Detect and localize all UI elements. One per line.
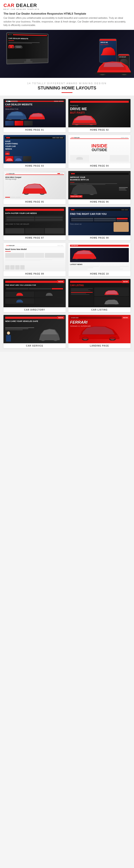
cardir-label: CAR DIRECTORY <box>3 307 66 312</box>
section-title-underline <box>61 92 73 93</box>
thumb-image-cardir: NEW FIND WHAT ARE YOU LOOKING FOR <box>3 279 66 307</box>
monitor-screen: CAR DEALER WEBSITE <box>7 33 48 59</box>
thumb-image-hp04: CAR DEALER INSIDE OUTSIDE <box>68 135 131 163</box>
hp07-label: HOME PAGE 07 <box>3 235 66 240</box>
carlisting-title: CAR LISTING <box>70 284 129 286</box>
thumb-item-hp10[interactable]: CAR DEALER LATEST NEWS <box>68 243 131 276</box>
landing-brand: FERRARI <box>70 320 129 325</box>
thumb-overlay-hp02: Feature DRIVE ME BUT FAST! <box>68 99 131 127</box>
landing-label: LANDING PAGE <box>68 343 131 348</box>
carservice-new-badge: NEW <box>57 316 64 319</box>
hp01-subtitle: DEALERACTIVE <box>5 108 64 110</box>
thumb-item-cardir[interactable]: NEW FIND WHAT ARE YOU LOOKING FOR <box>3 279 66 312</box>
hp04-label: HOME PAGE 04 <box>68 163 131 168</box>
thumb-overlay-hp07: DATA FASTER YOUR CAR NEEDS WELCOME TO TH… <box>3 207 66 235</box>
thumb-item-hp09[interactable]: CAR DEALER Need Some New Model <box>3 243 66 276</box>
hp08-label: HOME PAGE 08 <box>68 235 131 240</box>
hp05-mini-car <box>21 182 48 195</box>
hp05-car: 2016 Mini Cooper <box>5 176 64 178</box>
thumb-item-carlisting[interactable]: NEW CAR LISTING <box>68 279 131 312</box>
thumb-image-hp03: HAVE EVERYTHING YOUR CAR NEEDS GO <box>3 135 66 163</box>
carservice-car-svg <box>35 326 64 342</box>
thumb-item-hp05[interactable]: CAR DEALER 2016 Mini Cooper Ultra Age-de… <box>3 171 66 204</box>
hp02-line1: DRIVE ME <box>70 107 129 111</box>
carlisting-car1 <box>104 290 119 295</box>
svg-rect-4 <box>95 72 132 74</box>
thumb-item-hp07[interactable]: DATA FASTER YOUR CAR NEEDS WELCOME TO TH… <box>3 207 66 240</box>
hp01-car-svg <box>5 110 27 120</box>
monitor-device: CAR DEALER WEBSITE <box>6 32 48 64</box>
hp05-label: HOME PAGE 05 <box>3 199 66 204</box>
thumb-image-carservice: NEW NEW CARE YOUR VEHICLES SAFE <box>3 315 66 343</box>
thumb-image-hp06: IMPROVE YOUR BUSINESS WITH US <box>68 171 131 199</box>
section-title: STUNNING HOME LAYOUTS <box>3 86 131 91</box>
hp09-label: HOME PAGE 09 <box>3 271 66 276</box>
thumb-overlay-hp01: CAR CAR DEALER WEBSITE DEALERACTIVE <box>3 99 66 127</box>
hp02-label: HOME PAGE 02 <box>68 127 131 132</box>
thumb-overlay-cardir: FIND WHAT ARE YOU LOOKING FOR <box>3 279 66 307</box>
hp09-title: Need Some New Model <box>5 248 64 250</box>
hp02-line2: BUT FAST! <box>70 111 129 114</box>
thumb-item-hp08[interactable]: FIND THE RIGHT CAR FOR YOU Find a dream … <box>68 207 131 240</box>
carservice-title: NEW CARE YOUR VEHICLES SAFE <box>5 320 64 323</box>
thumb-image-carlisting: NEW CAR LISTING <box>68 279 131 307</box>
cardir-car1 <box>16 293 24 296</box>
monitor-content: CAR DEALER WEBSITE <box>7 36 48 59</box>
thumb-image-hp08: FIND THE RIGHT CAR FOR YOU Find a dream … <box>68 207 131 235</box>
logo: CAR DEALER BEST CAR DEALER TEMPLATE <box>3 3 40 10</box>
nav-dot-gray1 <box>9 34 10 35</box>
header-section: CAR DEALER BEST CAR DEALER TEMPLATE The … <box>0 0 134 30</box>
landing-ferrari-svg <box>70 325 129 340</box>
cardir-new-badge: NEW <box>57 280 64 283</box>
hero-section: CAR DEALER WEBSITE <box>0 30 134 78</box>
nav-dot-gray2 <box>11 34 11 35</box>
thumb-overlay-hp06: IMPROVE YOUR BUSINESS WITH US <box>68 171 131 199</box>
hp01-title: CAR DEALER WEBSITE <box>5 103 64 106</box>
tagline-sub: Car Dealer offers you unfathomable acces… <box>3 16 131 27</box>
logo-area: CAR DEALER BEST CAR DEALER TEMPLATE <box>3 3 131 10</box>
thumb-overlay-hp04: CAR DEALER INSIDE OUTSIDE <box>68 135 131 163</box>
carlisting-label: CAR LISTING <box>68 307 131 312</box>
logo-car: CAR <box>3 3 14 8</box>
hp06-car-svg <box>70 183 98 195</box>
hero-car-svg <box>95 59 132 76</box>
hp02-car-svg <box>70 115 98 126</box>
landing-new-badge: NEW <box>122 316 129 319</box>
thumb-overlay-landing: OVERVIEW FERRARI FERRARI #1 SUPERCAR! <box>68 315 131 343</box>
hp10-subtitle: LATEST NEWS <box>70 264 129 266</box>
hp06-label: HOME PAGE 06 <box>68 199 131 204</box>
thumb-item-landing[interactable]: NEW OVERVIEW FERRARI FERRARI #1 SUPERCAR… <box>68 315 131 348</box>
thumb-item-hp01[interactable]: CAR CAR DEALER WEBSITE DEALERACTIVE <box>3 99 66 132</box>
tablet-device: DRIVE ME BUT FAST! <box>99 39 117 63</box>
thumb-item-hp04[interactable]: CAR DEALER INSIDE OUTSIDE <box>68 135 131 168</box>
logo-text: CAR DEALER <box>3 3 37 8</box>
thumb-overlay-hp05: CAR DEALER 2016 Mini Cooper Ultra Age-de… <box>3 171 66 199</box>
section-title-area: 14 TOTALLY DIFFERENT AWARD WINNING DESIG… <box>0 78 134 95</box>
thumb-item-carservice[interactable]: NEW NEW CARE YOUR VEHICLES SAFE <box>3 315 66 348</box>
hp10-ferrari-svg <box>72 250 98 259</box>
thumb-item-hp03[interactable]: HAVE EVERYTHING YOUR CAR NEEDS GO <box>3 135 66 168</box>
cardir-car2 <box>45 293 53 296</box>
thumb-item-hp06[interactable]: IMPROVE YOUR BUSINESS WITH US <box>68 171 131 204</box>
thumb-overlay-hp08: FIND THE RIGHT CAR FOR YOU Find a dream … <box>68 207 131 235</box>
tablet-screen: DRIVE ME BUT FAST! <box>100 39 116 62</box>
hp04-inside: INSIDE <box>91 144 107 148</box>
thumb-overlay-carservice: NEW CARE YOUR VEHICLES SAFE <box>3 315 66 343</box>
cardir-car3 <box>16 300 24 303</box>
hp08-title: FIND THE RIGHT CAR FOR YOU <box>70 213 129 215</box>
hp04-outside: OUTSIDE <box>92 148 107 152</box>
section-subtitle: 14 TOTALLY DIFFERENT AWARD WINNING DESIG… <box>3 82 131 85</box>
thumb-image-hp10: CAR DEALER LATEST NEWS <box>68 243 131 271</box>
thumb-item-hp02[interactable]: Feature DRIVE ME BUT FAST! HOME PAGE 02 <box>68 99 131 132</box>
nav-dot-red <box>8 34 9 35</box>
thumb-image-hp05: CAR DEALER 2016 Mini Cooper Ultra Age-de… <box>3 171 66 199</box>
hp03-title: HAVE EVERYTHING YOUR CAR NEEDS <box>5 140 23 151</box>
thumb-image-hp01: CAR CAR DEALER WEBSITE DEALERACTIVE <box>3 99 66 127</box>
tagline-main: The best Car Dealer Automotive Responsiv… <box>3 12 131 15</box>
hp07-title: DATA FASTER YOUR CAR NEEDS <box>5 212 64 214</box>
cardir-title: FIND WHAT ARE YOU LOOKING FOR <box>5 284 64 286</box>
thumb-overlay-hp09: CAR DEALER Need Some New Model <box>3 243 66 271</box>
thumb-overlay-hp03: HAVE EVERYTHING YOUR CAR NEEDS GO <box>3 135 66 163</box>
thumb-overlay-carlisting: CAR LISTING <box>68 279 131 307</box>
hp05-sub: Ultra Age-design <box>5 178 64 180</box>
